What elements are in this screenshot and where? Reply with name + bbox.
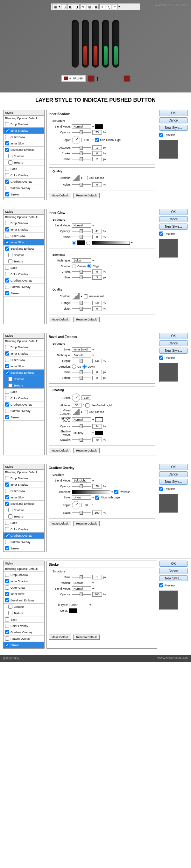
- sidebar-item-stroke[interactable]: Stroke: [3, 642, 44, 648]
- hex-display: # 871b19: [62, 75, 86, 82]
- blend-mode-select[interactable]: Normal: [72, 124, 91, 129]
- footer: 花瓣设计论坛WWW.MISSYUAN.COM: [0, 655, 191, 662]
- tool-icon[interactable]: ○: [99, 4, 105, 9]
- button-slot: [102, 20, 109, 68]
- reset-button[interactable]: Reset to Default: [73, 193, 100, 198]
- button-slot: [112, 20, 119, 68]
- contour-picker[interactable]: [72, 175, 80, 181]
- sidebar-item-gradient[interactable]: Gradient Overlay: [3, 532, 44, 539]
- cancel-button[interactable]: Cancel: [159, 117, 188, 123]
- ok-button[interactable]: OK: [159, 110, 188, 116]
- tool-icon[interactable]: ✦: [112, 4, 118, 9]
- button-slot: [92, 20, 99, 68]
- button-slot: [82, 20, 89, 68]
- styles-sidebar: Styles Blending Options: Default Drop Sh…: [3, 110, 45, 200]
- tool-icon[interactable]: ✎: [80, 4, 86, 9]
- gradient-picker[interactable]: [92, 241, 130, 245]
- color-chip[interactable]: [95, 124, 103, 129]
- new-style-button[interactable]: New Style...: [159, 125, 188, 131]
- make-default-button[interactable]: Make Default: [49, 193, 71, 198]
- watermark: WWW.MISSYUAN.COM: [155, 4, 188, 7]
- tool-icon[interactable]: ▤: [86, 4, 92, 9]
- preview-box: [159, 140, 178, 159]
- tool-icon[interactable]: ◧: [68, 4, 73, 9]
- tool-icon[interactable]: ▦: [93, 4, 99, 9]
- tool-icon[interactable]: ⬚: [61, 4, 67, 9]
- angle-dial[interactable]: [72, 136, 80, 144]
- sidebar-item-inner-shadow[interactable]: Inner Shadow: [3, 128, 44, 134]
- button-slot: [72, 20, 79, 68]
- sidebar-item-inner-glow[interactable]: Inner Glow: [3, 239, 44, 246]
- opacity-slider[interactable]: [72, 132, 91, 133]
- tool-icon[interactable]: ◨: [74, 4, 80, 9]
- panel-title: Inner Shadow: [49, 112, 155, 116]
- red-swatch: [88, 75, 94, 81]
- red-swatch: [124, 75, 129, 81]
- stroke-color-chip[interactable]: [69, 609, 77, 613]
- page-title: LAYER STYLE TO INDICATE PUSHED BUTTON: [0, 92, 191, 108]
- toolbar: ▦▾ ⬚ ◧ ◨ ✎ ▤ ▦ ○ ╲ ✦▾: [51, 3, 140, 10]
- tool-icon[interactable]: ╲: [106, 4, 111, 9]
- tool-icon[interactable]: ▦: [52, 4, 58, 9]
- sidebar-item-bevel[interactable]: Bevel and Emboss: [3, 370, 44, 376]
- arrow-icon: ↑: [96, 74, 100, 83]
